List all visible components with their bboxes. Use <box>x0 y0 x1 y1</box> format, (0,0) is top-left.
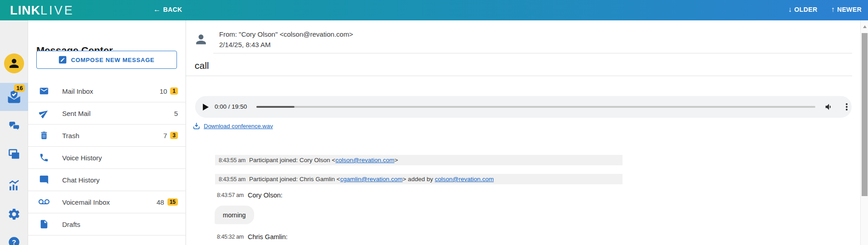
linklive-logo: LINKLIVE <box>10 4 74 18</box>
chat-bubbles-icon <box>8 120 20 132</box>
message-text: > added by <box>402 176 435 183</box>
sidebar-item-chat-history[interactable]: Chat History <box>28 169 186 191</box>
icon-rail: 16 ? <box>0 20 28 245</box>
item-count: 10 <box>160 87 167 95</box>
email-link[interactable]: cgamlin@revation.com <box>340 176 403 183</box>
rail-item-analytics[interactable] <box>0 178 28 192</box>
system-message: 8:43:55 am Participant joined: Cory Olso… <box>215 155 623 165</box>
from-line: From: "Cory Olson" <colson@revation.com> <box>219 30 353 38</box>
logo-bold: LINK <box>10 4 40 17</box>
header-nav-group: ↓ OLDER ↑ NEWER <box>788 5 862 14</box>
chat-bubble: morning <box>215 206 254 224</box>
sender-person-icon <box>194 32 208 47</box>
sidebar-item-trash[interactable]: Trash 7 3 <box>28 125 186 147</box>
sidebar: Message Center COMPOSE NEW MESSAGE Mail … <box>28 20 186 245</box>
timestamp: 8:43:55 am <box>219 157 245 163</box>
volume-icon[interactable] <box>824 102 834 111</box>
person-icon <box>7 57 21 70</box>
compose-label: COMPOSE NEW MESSAGE <box>71 57 154 63</box>
help-icon: ? <box>8 236 20 245</box>
chat-speaker-row: 8:45:32 am Chris Gamlin: <box>217 233 288 240</box>
sidebar-item-label: Drafts <box>62 221 80 228</box>
voicemail-icon <box>39 197 49 207</box>
trash-icon <box>39 130 49 140</box>
download-icon <box>192 122 201 130</box>
back-arrow-icon: ← <box>153 5 161 14</box>
rail-item-chats[interactable] <box>0 119 28 133</box>
gear-icon <box>7 207 21 221</box>
download-link[interactable]: Download conference.wav <box>204 123 273 130</box>
divider <box>213 53 852 53</box>
email-link[interactable]: colson@revation.com <box>435 176 494 183</box>
mail-icon <box>39 86 49 96</box>
kebab-menu-icon[interactable] <box>842 102 851 112</box>
message-view: From: "Cory Olson" <colson@revation.com>… <box>186 20 860 245</box>
app-header: LINKLIVE ← BACK ↓ OLDER ↑ NEWER <box>0 0 868 20</box>
older-label: OLDER <box>794 6 817 13</box>
sidebar-item-drafts[interactable]: Drafts <box>28 213 186 235</box>
seek-bar-progress <box>256 106 294 108</box>
newer-label: NEWER <box>837 6 862 13</box>
send-icon <box>39 108 49 118</box>
seek-bar[interactable] <box>256 106 815 108</box>
sidebar-menu: Mail Inbox 10 1 Sent Mail 5 Trash 7 3 <box>28 80 186 235</box>
sidebar-item-sent-mail[interactable]: Sent Mail 5 <box>28 102 186 125</box>
sidebar-item-mail-inbox[interactable]: Mail Inbox 10 1 <box>28 80 186 102</box>
chat-bubble-icon <box>39 175 49 185</box>
timestamp: 8:43:55 am <box>219 176 245 183</box>
speaker-name: Chris Gamlin: <box>248 233 288 240</box>
speaker-name: Cory Olson: <box>248 192 283 199</box>
arrow-up-icon: ↑ <box>831 5 834 14</box>
phone-icon <box>39 153 49 163</box>
timestamp: 8:43:57 am <box>217 192 244 198</box>
chat-bubble-text: morning <box>223 211 246 219</box>
timestamp: 8:45:32 am <box>217 234 244 240</box>
date-line: 2/14/25, 8:43 AM <box>219 41 270 48</box>
arrow-down-icon: ↓ <box>788 5 792 14</box>
item-count: 48 <box>157 198 164 206</box>
draft-file-icon <box>39 219 49 229</box>
sidebar-item-voicemail-inbox[interactable]: Voicemail Inbox 48 15 <box>28 191 186 213</box>
message-text: Participant joined: Chris Gamlin < <box>249 176 340 183</box>
sidebar-item-label: Trash <box>62 132 79 139</box>
analytics-icon <box>7 178 21 192</box>
vertical-scrollbar[interactable] <box>860 20 868 245</box>
newer-button[interactable]: ↑ NEWER <box>831 5 862 14</box>
sidebar-item-voice-history[interactable]: Voice History <box>28 147 186 169</box>
system-message-text: Participant joined: Cory Olson <colson@r… <box>249 157 398 163</box>
rail-item-help[interactable]: ? <box>0 236 28 245</box>
compose-icon <box>59 56 67 64</box>
system-message: 8:43:55 am Participant joined: Chris Gam… <box>215 174 623 184</box>
back-label: BACK <box>163 6 182 13</box>
back-button[interactable]: ← BACK <box>153 5 182 14</box>
audio-time-display: 0:00 / 19:50 <box>215 103 247 110</box>
svg-text:?: ? <box>12 238 16 245</box>
sidebar-item-label: Sent Mail <box>62 110 91 117</box>
sidebar-item-label: Voice History <box>62 154 102 162</box>
audio-player: 0:00 / 19:50 <box>195 96 852 118</box>
item-badge: 3 <box>170 132 178 139</box>
subject-line: call <box>195 60 209 71</box>
email-link[interactable]: colson@revation.com <box>335 157 394 163</box>
rail-item-settings[interactable] <box>0 207 28 221</box>
divider <box>186 76 852 76</box>
user-avatar[interactable] <box>0 53 28 73</box>
scrollbar-thumb[interactable] <box>862 33 868 196</box>
play-button[interactable] <box>203 104 209 110</box>
message-text: > <box>394 157 398 163</box>
item-badge: 1 <box>170 87 178 95</box>
message-text: Participant joined: Cory Olson < <box>249 157 335 163</box>
sidebar-item-label: Mail Inbox <box>62 87 93 95</box>
download-row: Download conference.wav <box>192 122 273 130</box>
overlapping-windows-icon <box>7 148 21 161</box>
unread-count-badge: 16 <box>14 84 25 92</box>
older-button[interactable]: ↓ OLDER <box>788 5 817 14</box>
compose-new-message-button[interactable]: COMPOSE NEW MESSAGE <box>36 51 177 69</box>
rail-item-windows[interactable] <box>0 148 28 161</box>
sidebar-item-label: Voicemail Inbox <box>62 198 110 206</box>
item-count: 7 <box>163 132 167 139</box>
item-count: 5 <box>174 110 178 117</box>
logo-light: LIVE <box>40 4 74 17</box>
scroll-up-arrow-icon[interactable] <box>863 25 867 28</box>
sidebar-item-label: Chat History <box>62 176 100 184</box>
